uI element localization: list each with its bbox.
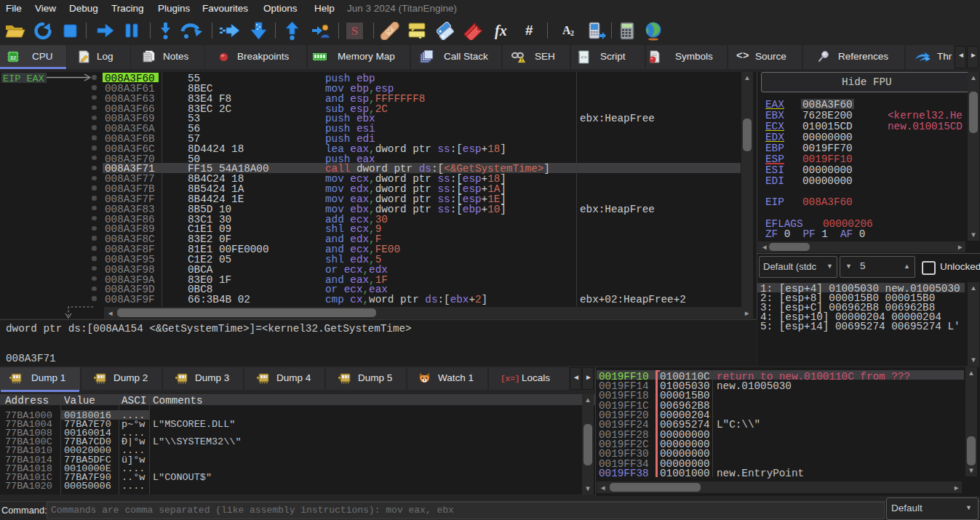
svg-text:<>: <>: [581, 55, 586, 60]
svg-text:32: 32: [10, 55, 16, 61]
svg-text:S: S: [351, 24, 358, 38]
svg-text:!: !: [521, 57, 523, 63]
